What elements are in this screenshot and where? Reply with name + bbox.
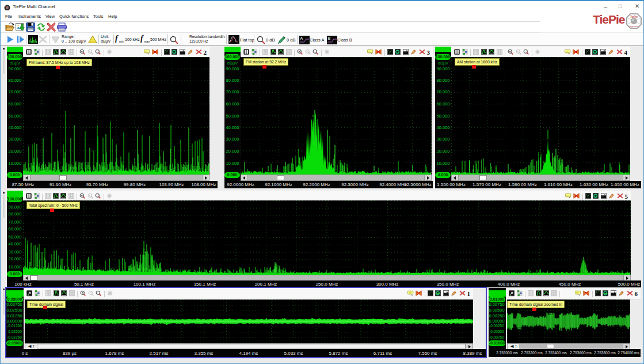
svg-text:TiePie: TiePie [630, 16, 638, 18]
svg-text:B: B [328, 36, 331, 40]
svg-text:A: A [300, 36, 303, 40]
svg-text:engineering: engineering [630, 25, 639, 28]
